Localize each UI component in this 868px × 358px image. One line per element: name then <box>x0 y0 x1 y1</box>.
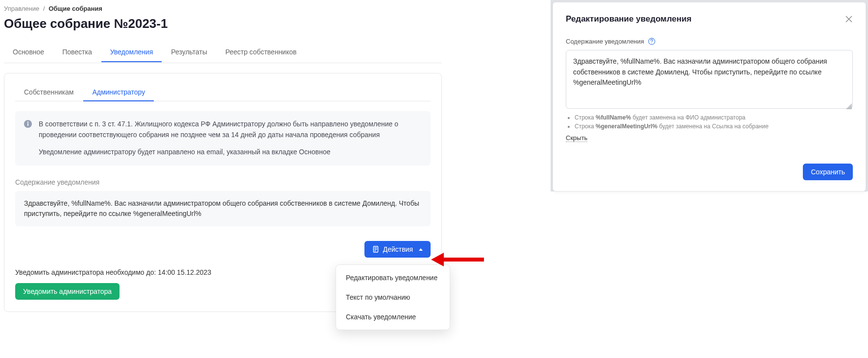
red-arrow-annotation <box>431 250 485 271</box>
edit-notification-modal: Редактирование уведомления Содержание ув… <box>553 2 866 191</box>
hints-list: Строка %fullName% будет заменена на ФИО … <box>575 114 853 130</box>
svg-point-10 <box>651 43 652 43</box>
inner-tabs: Собственникам Администратору <box>15 83 431 101</box>
document-icon <box>372 246 379 253</box>
help-icon[interactable] <box>648 38 655 45</box>
inner-tab-owners[interactable]: Собственникам <box>15 83 82 101</box>
save-button[interactable]: Сохранить <box>803 164 853 180</box>
dropdown-download-notification[interactable]: Скачать уведомление <box>336 307 450 327</box>
info-p2: Уведомление администратору будет направл… <box>39 147 422 158</box>
field-label: Содержание уведомления <box>566 38 644 45</box>
breadcrumb-root[interactable]: Управление <box>4 5 39 12</box>
notify-admin-button[interactable]: Уведомить администратора <box>15 283 120 300</box>
notification-content-textarea[interactable] <box>566 50 853 109</box>
inner-tab-admin[interactable]: Администратору <box>83 83 154 101</box>
actions-button[interactable]: Действия <box>364 241 431 258</box>
hint-fullname: Строка %fullName% будет заменена на ФИО … <box>575 114 853 121</box>
tab-main[interactable]: Основное <box>4 42 53 63</box>
dropdown-default-text[interactable]: Текст по умолчанию <box>336 287 450 307</box>
tab-agenda[interactable]: Повестка <box>53 42 101 63</box>
breadcrumb-current: Общие собрания <box>48 5 102 12</box>
actions-dropdown: Редактировать уведомление Текст по умолч… <box>336 264 450 330</box>
content-section-label: Содержание уведомления <box>15 178 431 186</box>
breadcrumb-separator: / <box>43 5 45 12</box>
caret-up-icon <box>419 248 423 251</box>
notify-admin-label: Уведомить администратора <box>23 287 112 295</box>
close-icon[interactable] <box>845 15 853 23</box>
svg-marker-12 <box>431 253 444 266</box>
svg-rect-1 <box>27 123 28 126</box>
modal-backdrop: Редактирование уведомления Содержание ув… <box>551 0 868 191</box>
notifications-card: Собственникам Администратору В соответст… <box>4 73 442 312</box>
tab-notifications[interactable]: Уведомления <box>101 42 162 63</box>
content-preview: Здравствуйте, %fullName%. Вас назначили … <box>15 191 431 226</box>
page-title: Общее собрание №2023-1 <box>4 16 442 31</box>
info-icon <box>24 120 32 128</box>
info-text: В соответствии с п. 3 ст. 47.1. Жилищног… <box>39 119 422 158</box>
save-button-label: Сохранить <box>811 168 845 176</box>
info-p1: В соответствии с п. 3 ст. 47.1. Жилищног… <box>39 119 422 140</box>
actions-button-label: Действия <box>383 245 413 253</box>
tab-owners-registry[interactable]: Реестр собственников <box>217 42 305 63</box>
resize-handle-icon[interactable] <box>846 103 852 109</box>
modal-title: Редактирование уведомления <box>566 14 692 24</box>
dropdown-edit-notification[interactable]: Редактировать уведомление <box>336 268 450 287</box>
main-tabs: Основное Повестка Уведомления Результаты… <box>4 42 442 63</box>
svg-point-2 <box>27 121 28 122</box>
hint-meeting-url: Строка %generalMeetingUrl% будет заменен… <box>575 123 853 130</box>
info-box: В соответствии с п. 3 ст. 47.1. Жилищног… <box>15 111 431 166</box>
breadcrumb: Управление / Общие собрания <box>4 5 442 12</box>
hide-hints-link[interactable]: Скрыть <box>566 134 587 142</box>
tab-results[interactable]: Результаты <box>162 42 216 63</box>
